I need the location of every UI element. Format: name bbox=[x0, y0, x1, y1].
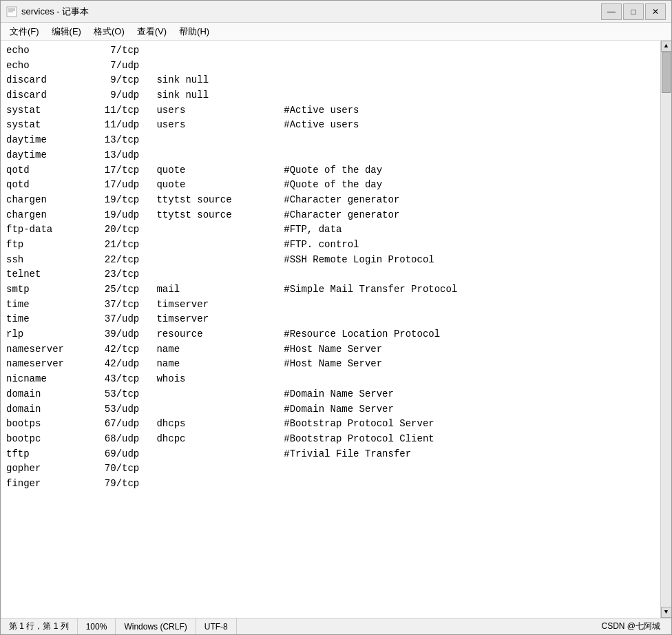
notepad-window: services - 记事本 — □ ✕ 文件(F) 编辑(E) 格式(O) 查… bbox=[0, 0, 672, 635]
status-bar: 第 1 行，第 1 列 100% Windows (CRLF) UTF-8 CS… bbox=[1, 618, 671, 634]
menu-edit[interactable]: 编辑(E) bbox=[45, 23, 87, 40]
title-bar: services - 记事本 — □ ✕ bbox=[1, 1, 671, 23]
encoding: UTF-8 bbox=[196, 618, 237, 634]
menu-format[interactable]: 格式(O) bbox=[87, 23, 131, 40]
scroll-up-button[interactable]: ▲ bbox=[661, 41, 672, 52]
line-ending: Windows (CRLF) bbox=[116, 618, 196, 634]
menu-bar: 文件(F) 编辑(E) 格式(O) 查看(V) 帮助(H) bbox=[1, 23, 671, 41]
window-controls: — □ ✕ bbox=[601, 3, 666, 20]
scroll-down-button[interactable]: ▼ bbox=[661, 607, 672, 618]
close-button[interactable]: ✕ bbox=[645, 3, 666, 20]
watermark: CSDN @七阿城 bbox=[593, 618, 671, 634]
minimize-button[interactable]: — bbox=[601, 3, 622, 20]
scroll-thumb[interactable] bbox=[662, 52, 671, 93]
window-title: services - 记事本 bbox=[21, 6, 601, 18]
menu-help[interactable]: 帮助(H) bbox=[173, 23, 216, 40]
menu-view[interactable]: 查看(V) bbox=[131, 23, 173, 40]
content-area: echo 7/tcp echo 7/udp discard 9/tcp sink… bbox=[1, 41, 671, 618]
menu-file[interactable]: 文件(F) bbox=[3, 23, 45, 40]
cursor-position: 第 1 行，第 1 列 bbox=[1, 618, 78, 634]
scrollbar[interactable]: ▲ ▼ bbox=[660, 41, 671, 618]
text-editor[interactable]: echo 7/tcp echo 7/udp discard 9/tcp sink… bbox=[1, 41, 660, 618]
maximize-button[interactable]: □ bbox=[623, 3, 644, 20]
app-icon bbox=[6, 6, 17, 17]
zoom-level: 100% bbox=[78, 618, 116, 634]
scroll-track[interactable] bbox=[661, 52, 671, 607]
